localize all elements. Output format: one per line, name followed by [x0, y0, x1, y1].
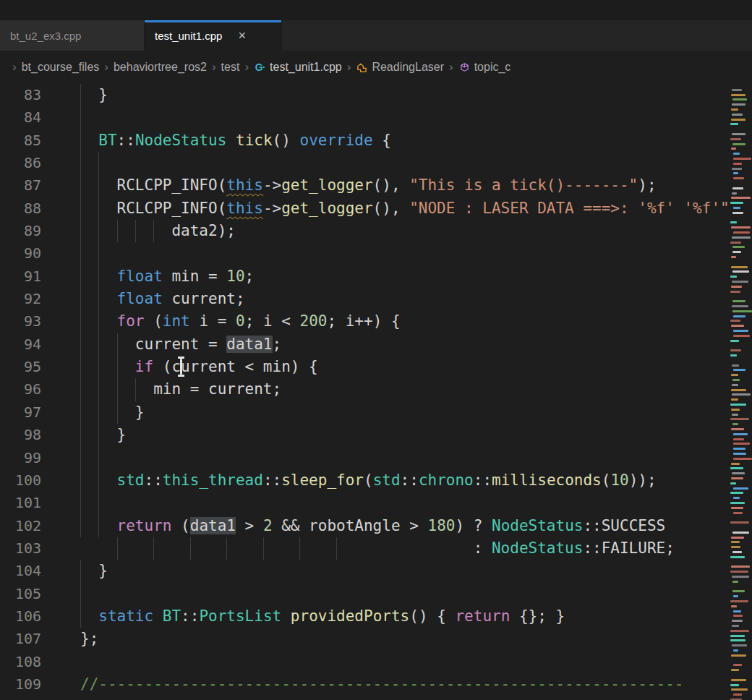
indent-guide	[98, 515, 99, 537]
code-line-content[interactable]: float current;	[41, 288, 729, 310]
code-token: NodeStatus	[492, 517, 583, 534]
code-token: this_thread	[163, 471, 263, 489]
code-token: BT	[163, 607, 181, 625]
code-line[interactable]: 106 static BT::PortsList providedPorts()…	[0, 605, 729, 628]
minimap-line	[732, 393, 751, 396]
code-line[interactable]: 92 float current;	[0, 288, 729, 310]
code-line-content[interactable]: BT::NodeStatus tick() override {	[41, 129, 729, 152]
code-line-content[interactable]: min = current;	[41, 378, 729, 401]
code-line[interactable]: 103 : NodeStatus::FAILURE;	[0, 537, 729, 560]
minimap-line	[731, 537, 744, 539]
code-token: current;	[163, 290, 245, 307]
minimap-line	[732, 644, 747, 646]
code-line-content[interactable]: };	[41, 628, 729, 650]
breadcrumb-item-behaviortree-ros2[interactable]: behaviortree_ros2	[114, 61, 207, 74]
tab-close-icon[interactable]: ×	[238, 29, 246, 42]
code-line-content[interactable]: : NodeStatus::FAILURE;	[41, 537, 729, 560]
indent-guide	[190, 537, 191, 560]
code-token: (	[145, 312, 163, 330]
code-token: ;	[245, 268, 255, 285]
code-line[interactable]: 100 std::this_thread::sleep_for(std::chr…	[0, 469, 729, 492]
code-token: get_logger	[281, 200, 372, 217]
breadcrumb-item-topic-c[interactable]: topic_c	[458, 61, 511, 74]
code-line-content[interactable]: std::this_thread::sleep_for(std::chrono:…	[41, 469, 729, 492]
minimap-line	[732, 89, 742, 91]
breadcrumb-item-ReadingLaser[interactable]: ReadingLaser	[356, 61, 444, 74]
code-line[interactable]: 87 RCLCPP_INFO(this->get_logger(), "This…	[0, 174, 729, 197]
breadcrumb-item-test[interactable]: test	[221, 61, 240, 74]
indent-guide	[98, 197, 99, 220]
code-line-content[interactable]	[41, 447, 729, 469]
code-line[interactable]: 105	[0, 583, 729, 605]
code-line-content[interactable]: return (data1 > 2 && robotAngle > 180) ?…	[41, 515, 729, 537]
code-line[interactable]: 109//-----------------------------------…	[0, 673, 729, 696]
code-token: ::	[401, 471, 419, 489]
code-line[interactable]: 102 return (data1 > 2 && robotAngle > 18…	[0, 515, 729, 537]
code-line-content[interactable]: //--------------------------------------…	[41, 673, 729, 696]
breadcrumb-label: test	[221, 61, 240, 74]
code-line-content[interactable]: for (int i = 0; i < 200; i++) {	[41, 310, 729, 333]
indent-guide	[117, 220, 118, 242]
code-line[interactable]: 91 float min = 10;	[0, 265, 729, 288]
code-line-content[interactable]: }	[41, 84, 729, 106]
editor[interactable]: 83 }8485 BT::NodeStatus tick() override …	[0, 84, 752, 700]
code-line[interactable]: 89 data2);	[0, 220, 729, 242]
line-number: 86	[0, 152, 41, 174]
minimap-line	[732, 192, 737, 195]
code-token: 10	[610, 471, 628, 489]
minimap-line	[730, 354, 737, 357]
code-line-content[interactable]: static BT::PortsList providedPorts() { r…	[41, 605, 729, 628]
code-line[interactable]: 90	[0, 242, 729, 265]
code-line-content[interactable]: data2);	[41, 220, 729, 242]
code-line-content[interactable]: RCLCPP_INFO(this->get_logger(), "This is…	[41, 174, 729, 197]
code-line[interactable]: 98 }	[0, 424, 729, 446]
code-line-content[interactable]	[41, 492, 729, 514]
code-line-content[interactable]: current = data1;	[41, 333, 729, 356]
code-line[interactable]: 107};	[0, 628, 729, 650]
code-line-content[interactable]	[41, 106, 729, 129]
code-line[interactable]: 83 }	[0, 84, 729, 106]
code-line[interactable]: 104 }	[0, 560, 729, 582]
code-token: static	[98, 607, 153, 625]
code-line[interactable]: 93 for (int i = 0; i < 200; i++) {	[0, 310, 729, 333]
code-line[interactable]: 96 min = current;	[0, 378, 729, 401]
code-line[interactable]: 94 current = data1;	[0, 333, 729, 356]
code-area[interactable]: 83 }8485 BT::NodeStatus tick() override …	[0, 84, 729, 700]
code-token: data2);	[171, 222, 236, 239]
code-line[interactable]: 108	[0, 651, 729, 673]
code-line[interactable]: 85 BT::NodeStatus tick() override {	[0, 129, 729, 152]
tab-bt-u2-ex3-cpp[interactable]: bt_u2_ex3.cpp	[0, 20, 145, 51]
minimap-line	[732, 236, 751, 239]
minimap-line	[733, 512, 743, 514]
code-line[interactable]: 86	[0, 152, 729, 174]
minimap-line	[731, 266, 748, 268]
code-line[interactable]: 84	[0, 106, 729, 129]
minimap-line	[730, 123, 738, 125]
breadcrumb-item-test-unit1-cpp[interactable]: G·test_unit1.cpp	[254, 61, 342, 74]
minimap-line	[732, 310, 752, 312]
code-line[interactable]: 101	[0, 492, 729, 514]
code-line[interactable]: 99	[0, 447, 729, 469]
code-line-content[interactable]	[41, 152, 729, 174]
indent-guide	[80, 310, 81, 333]
code-line[interactable]: 97 }	[0, 401, 729, 424]
minimap-line	[732, 187, 743, 189]
code-line-content[interactable]	[41, 583, 729, 605]
code-line-content[interactable]	[41, 242, 729, 265]
code-line-content[interactable]: if (current < min) {	[41, 356, 729, 378]
code-line[interactable]: 88 RCLCPP_INFO(this->get_logger(), "NODE…	[0, 197, 729, 220]
breadcrumb-item-bt-course-files[interactable]: bt_course_files	[22, 61, 100, 74]
code-line-content[interactable]: float min = 10;	[41, 265, 729, 288]
code-line-content[interactable]: RCLCPP_INFO(this->get_logger(), "NODE : …	[41, 197, 729, 220]
tab-test-unit1-cpp[interactable]: test_unit1.cpp×	[145, 20, 282, 51]
code-line-content[interactable]: }	[41, 401, 729, 424]
code-line-content[interactable]: }	[41, 424, 729, 446]
code-token: NodeStatus	[492, 539, 583, 557]
code-line-content[interactable]: }	[41, 560, 729, 582]
code-line-content[interactable]	[41, 651, 729, 673]
minimap[interactable]	[729, 84, 752, 700]
code-line[interactable]: 95 if (current < min) {	[0, 356, 729, 378]
code-token: }	[117, 426, 127, 443]
indent-guide	[117, 378, 118, 401]
minimap-line	[731, 654, 746, 657]
